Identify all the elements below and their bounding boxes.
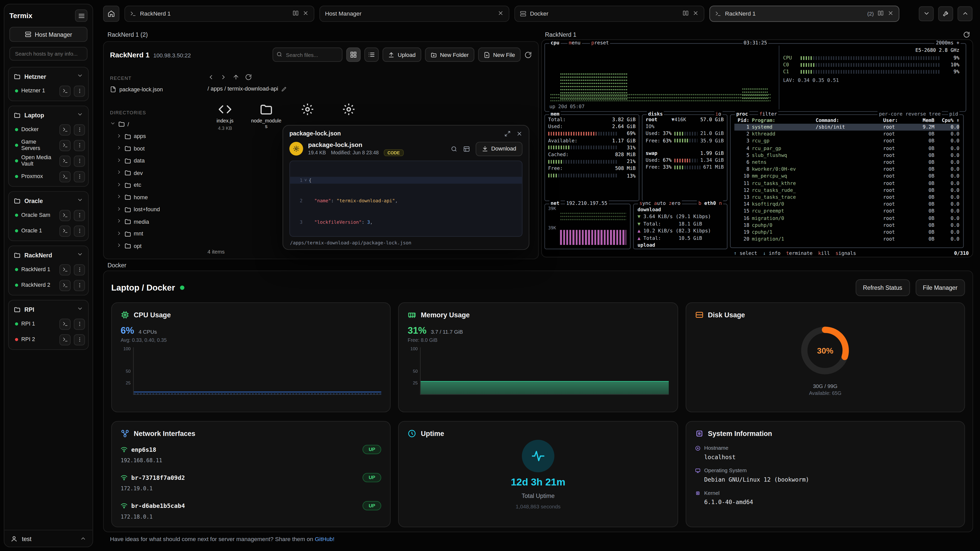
new-file-button[interactable]: New File — [478, 48, 520, 62]
tree-dir-etc[interactable]: etc — [110, 179, 192, 191]
connect-terminal-button[interactable] — [59, 124, 71, 135]
split-tab-button[interactable] — [293, 10, 299, 17]
host-options-button[interactable] — [74, 334, 85, 345]
host-options-button[interactable] — [74, 140, 85, 151]
proc-key-signals[interactable]: signals — [835, 251, 856, 256]
terminal-sync-button[interactable] — [963, 31, 970, 38]
tree-dir-boot[interactable]: boot — [110, 142, 192, 155]
process-row-11[interactable]: 11rcu_tasks_kthreroot0B0.0 — [735, 179, 959, 186]
host-options-button[interactable] — [74, 264, 85, 275]
process-row-1[interactable]: 1systemd/sbin/initroot9.2M0.0 — [735, 124, 959, 130]
connect-terminal-button[interactable] — [59, 318, 71, 330]
connect-terminal-button[interactable] — [59, 334, 71, 345]
group-header-rpi[interactable]: RPI — [11, 302, 86, 316]
tab-host-manager-1[interactable]: Host Manager — [319, 5, 509, 22]
proc-key-terminate[interactable]: terminate — [786, 251, 813, 256]
split-tab-button[interactable] — [877, 10, 883, 17]
process-row-13[interactable]: 13rcu_tasks_traceroot0B0.0 — [735, 194, 959, 200]
list-view-button[interactable] — [365, 48, 379, 62]
connect-terminal-button[interactable] — [59, 171, 71, 182]
close-icon[interactable] — [516, 130, 522, 137]
nav-forward-button[interactable] — [220, 73, 227, 80]
process-row-14[interactable]: 14ksoftirqd/0root0B0.0 — [735, 201, 959, 208]
host-options-button[interactable] — [74, 156, 85, 167]
upload-button[interactable]: Upload — [383, 48, 422, 62]
host-options-button[interactable] — [74, 124, 85, 135]
group-header-laptop[interactable]: Laptop — [11, 108, 86, 122]
connect-terminal-button[interactable] — [59, 279, 71, 291]
host-manager-button[interactable]: Host Manager — [10, 27, 88, 42]
tree-dir-home[interactable]: home — [110, 191, 192, 203]
process-row-15[interactable]: 15rcu_preemptroot0B0.0 — [735, 208, 959, 214]
search-in-file-button[interactable] — [451, 145, 458, 152]
host-item-rpi-2[interactable]: RPI 2 — [11, 332, 86, 347]
host-item-racknerd-2[interactable]: RackNerd 2 — [11, 277, 86, 293]
process-row-10[interactable]: 10mm_percpu_wqroot0B0.0 — [735, 173, 959, 179]
host-item-racknerd-1[interactable]: RackNerd 1 — [11, 262, 86, 277]
process-row-12[interactable]: 12rcu_tasks_rude_root0B0.0 — [735, 187, 959, 194]
group-header-racknerd[interactable]: RackNerd — [11, 248, 86, 262]
nav-refresh-button[interactable] — [245, 73, 252, 80]
host-options-button[interactable] — [74, 318, 85, 330]
process-row-4[interactable]: 4rcu_par_gproot0B0.0 — [735, 144, 959, 151]
tree-dir-mnt[interactable]: mnt — [110, 228, 192, 240]
tree-dir-media[interactable]: media — [110, 216, 192, 228]
host-item-game-servers[interactable]: Game Servers — [11, 138, 86, 153]
download-button[interactable]: Download — [476, 141, 523, 156]
process-row-20[interactable]: 20migration/1root0B0.0 — [735, 236, 959, 243]
host-options-button[interactable] — [74, 225, 85, 237]
connect-terminal-button[interactable] — [59, 140, 71, 151]
home-button[interactable] — [103, 5, 119, 22]
proc-key-0[interactable]: ↑ select — [734, 251, 757, 256]
breadcrumb[interactable]: / apps / termix-download-api — [207, 86, 278, 92]
host-item-hetzner-1[interactable]: Hetzner 1 — [11, 83, 86, 99]
tree-dir-apps[interactable]: apps — [110, 130, 192, 143]
close-tab-button[interactable] — [888, 10, 894, 17]
host-options-button[interactable] — [74, 279, 85, 291]
tab-racknerd-1-3[interactable]: RackNerd 1 (2) — [710, 5, 899, 22]
github-link[interactable]: GitHub! — [315, 536, 334, 542]
tab-docker-2[interactable]: Docker — [514, 5, 704, 22]
host-item-docker[interactable]: Docker — [11, 122, 86, 138]
tree-dir-data[interactable]: data — [110, 155, 192, 167]
connect-terminal-button[interactable] — [59, 264, 71, 275]
tree-dir-lost-found[interactable]: lost+found — [110, 203, 192, 216]
host-search-input[interactable] — [10, 47, 88, 61]
process-row-5[interactable]: 5slub_flushwqroot0B0.0 — [735, 152, 959, 159]
maximize-icon[interactable] — [504, 130, 511, 137]
host-item-proxmox[interactable]: Proxmox — [11, 168, 86, 184]
tab-list-dropdown-button[interactable] — [919, 6, 934, 21]
refresh-files-button[interactable] — [525, 51, 532, 59]
host-item-open-media-vault[interactable]: Open Media Vault — [11, 153, 86, 168]
file-item-node-modules[interactable]: node_modules — [250, 103, 283, 131]
host-options-button[interactable] — [74, 85, 85, 97]
host-options-button[interactable] — [74, 210, 85, 221]
table-view-button[interactable] — [463, 145, 470, 152]
close-tab-button[interactable] — [692, 10, 698, 17]
nav-back-button[interactable] — [207, 73, 215, 80]
process-row-2[interactable]: 2kthreaddroot0B0.0 — [735, 130, 959, 138]
sidebar-collapse-button[interactable] — [75, 10, 88, 22]
file-manager-button[interactable]: File Manager — [915, 279, 965, 295]
tree-dir-opt[interactable]: opt — [110, 240, 192, 252]
tab-racknerd-1-0[interactable]: RackNerd 1 — [124, 5, 314, 22]
recent-file-package-lock-json[interactable]: package-lock.json — [110, 84, 192, 95]
close-tab-button[interactable] — [302, 10, 309, 17]
edit-path-button[interactable] — [281, 86, 287, 92]
process-row-8[interactable]: 8kworker/0:0H-evroot0B0.0 — [735, 166, 959, 173]
connect-terminal-button[interactable] — [59, 210, 71, 221]
group-header-oracle[interactable]: Oracle — [11, 194, 86, 207]
process-row-16[interactable]: 16migration/0root0B0.0 — [735, 215, 959, 222]
connect-terminal-button[interactable] — [59, 225, 71, 237]
collapse-tabbar-button[interactable] — [958, 6, 973, 21]
host-item-rpi-1[interactable]: RPI 1 — [11, 316, 86, 332]
host-item-oracle-sam[interactable]: Oracle Sam — [11, 207, 86, 223]
admin-tools-button[interactable] — [938, 6, 953, 21]
process-row-19[interactable]: 19cpuhp/1root0B0.0 — [735, 229, 959, 235]
tree-root[interactable]: / — [110, 118, 192, 130]
code-preview[interactable]: 1v{ 2 "name": "termix-download-api", 3 "… — [290, 160, 522, 237]
group-header-hetzner[interactable]: Hetzner — [11, 69, 86, 83]
terminal-panel[interactable]: cpu menu preset 03:31:25 2000ms + up 20d… — [541, 39, 973, 257]
process-row-6[interactable]: 6netnsroot0B0.0 — [735, 159, 959, 165]
file-item-index-js[interactable]: index.js 4.3 KB — [209, 103, 241, 131]
